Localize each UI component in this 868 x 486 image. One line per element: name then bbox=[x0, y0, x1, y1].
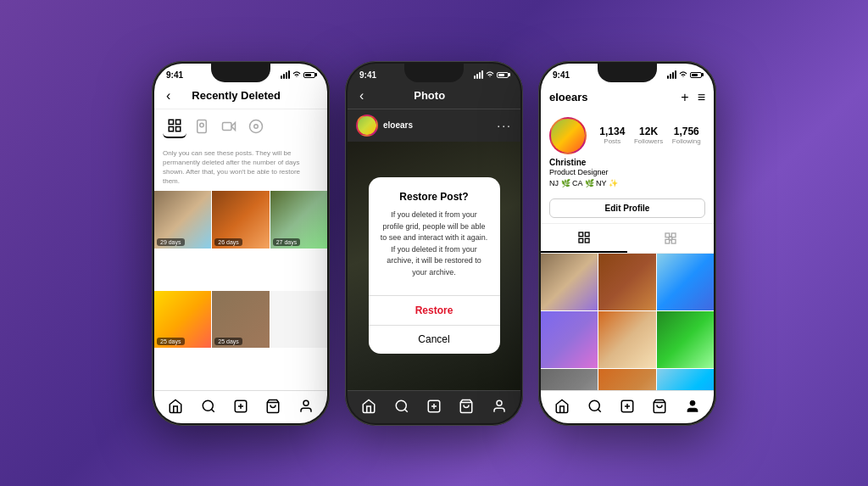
grid-cell-empty bbox=[270, 291, 327, 348]
home-icon-2[interactable] bbox=[360, 398, 377, 415]
grid-cell-1[interactable]: 29 days bbox=[154, 191, 211, 248]
time-3: 9:41 bbox=[553, 70, 570, 80]
battery-icon-1 bbox=[303, 72, 315, 78]
menu-icon-3[interactable]: ≡ bbox=[698, 90, 705, 105]
modal-content: Restore Post? If you deleted it from you… bbox=[369, 177, 500, 287]
nav-bar-1: ‹ Recently Deleted bbox=[154, 83, 327, 109]
svg-point-8 bbox=[250, 120, 263, 132]
profile-username-3: eloears bbox=[549, 91, 588, 103]
tab-tagged-3[interactable] bbox=[627, 224, 714, 253]
notch-1 bbox=[211, 64, 270, 82]
svg-point-32 bbox=[669, 237, 672, 240]
stats-row-3: 1,134 Posts 12K Followers 1,756 Followin… bbox=[595, 126, 705, 145]
svg-rect-27 bbox=[585, 238, 589, 243]
add-icon-3[interactable] bbox=[619, 398, 636, 415]
wifi-icon-3 bbox=[679, 70, 687, 79]
svg-rect-1 bbox=[176, 120, 181, 124]
svg-rect-3 bbox=[176, 126, 181, 131]
back-button-2[interactable]: ‹ bbox=[359, 88, 364, 103]
pg-cell-8[interactable] bbox=[598, 369, 655, 389]
restore-modal: Restore Post? If you deleted it from you… bbox=[369, 177, 500, 354]
phone-3-screen: 9:41 eloears + ≡ bbox=[541, 64, 714, 423]
user-row-2: eloears ··· bbox=[348, 109, 520, 142]
svg-line-34 bbox=[598, 409, 600, 411]
nav-title-2: Photo bbox=[370, 89, 488, 102]
following-number-3: 1,756 bbox=[672, 126, 701, 137]
cancel-button[interactable]: Cancel bbox=[369, 325, 500, 354]
search-icon-1[interactable] bbox=[200, 398, 217, 415]
home-icon-1[interactable] bbox=[167, 398, 184, 415]
bottom-nav-1 bbox=[154, 390, 327, 423]
battery-icon-2 bbox=[497, 72, 509, 78]
more-icon-2[interactable]: ··· bbox=[497, 119, 512, 132]
modal-body: If you deleted it from your profile grid… bbox=[381, 209, 488, 278]
home-icon-3[interactable] bbox=[554, 398, 570, 415]
svg-point-39 bbox=[690, 400, 695, 405]
profile-icon-2[interactable] bbox=[491, 398, 508, 415]
svg-point-10 bbox=[203, 400, 213, 411]
svg-point-23 bbox=[497, 400, 502, 405]
pg-cell-5[interactable] bbox=[598, 311, 655, 368]
svg-rect-26 bbox=[579, 238, 583, 243]
svg-rect-24 bbox=[579, 232, 583, 237]
tab-reels-1[interactable] bbox=[244, 115, 268, 138]
pg-cell-7[interactable] bbox=[541, 369, 598, 389]
grid-cell-3[interactable]: 27 days bbox=[270, 191, 327, 248]
tab-portrait-1[interactable] bbox=[190, 115, 214, 138]
svg-point-16 bbox=[303, 400, 309, 405]
svg-point-5 bbox=[200, 123, 204, 127]
back-button-1[interactable]: ‹ bbox=[166, 88, 170, 103]
notch-3 bbox=[598, 64, 657, 82]
photo-area-2: Restore Post? If you deleted it from you… bbox=[348, 142, 520, 390]
edit-profile-button-3[interactable]: Edit Profile bbox=[549, 198, 705, 218]
info-text-1: Only you can see these posts. They will … bbox=[154, 143, 327, 192]
grid-cell-2[interactable]: 26 days bbox=[212, 191, 269, 248]
pg-cell-6[interactable] bbox=[657, 311, 714, 368]
add-icon-2[interactable] bbox=[426, 398, 442, 415]
wifi-icon-1 bbox=[292, 70, 301, 79]
shop-icon-3[interactable] bbox=[651, 398, 668, 415]
shop-icon-2[interactable] bbox=[458, 398, 475, 415]
add-icon-1[interactable] bbox=[232, 398, 249, 415]
pg-cell-4[interactable] bbox=[541, 311, 598, 368]
phone-1: 9:41 ‹ Recently Deleted bbox=[152, 61, 330, 426]
profile-icon-1[interactable] bbox=[298, 398, 314, 415]
day-badge-2: 26 days bbox=[214, 238, 242, 246]
grid-cell-5[interactable]: 25 days bbox=[212, 291, 269, 348]
restore-button[interactable]: Restore bbox=[369, 296, 500, 325]
pg-cell-9[interactable] bbox=[657, 369, 714, 389]
svg-rect-30 bbox=[665, 239, 670, 243]
add-post-icon-3[interactable]: + bbox=[681, 90, 688, 105]
followers-stat-3: 12K Followers bbox=[634, 126, 663, 145]
followers-number-3: 12K bbox=[634, 126, 663, 137]
search-icon-3[interactable] bbox=[587, 398, 604, 415]
svg-rect-29 bbox=[671, 233, 676, 237]
signal-icon-3 bbox=[667, 70, 676, 79]
profile-photo-grid-3 bbox=[541, 254, 714, 390]
pg-cell-2[interactable] bbox=[598, 254, 655, 310]
battery-icon-3 bbox=[690, 72, 702, 78]
profile-name-3: Christine bbox=[549, 158, 705, 167]
grid-cell-4[interactable]: 25 days bbox=[154, 291, 211, 348]
svg-line-18 bbox=[404, 409, 407, 411]
phone-3: 9:41 eloears + ≡ bbox=[538, 61, 716, 426]
pg-cell-3[interactable] bbox=[657, 254, 714, 310]
pg-cell-1[interactable] bbox=[541, 254, 598, 310]
followers-label-3: Followers bbox=[634, 137, 663, 145]
username-2: eloears bbox=[383, 120, 492, 130]
tab-video-1[interactable] bbox=[217, 115, 241, 138]
svg-rect-25 bbox=[585, 232, 589, 237]
profile-icon-3[interactable] bbox=[684, 398, 701, 415]
day-badge-1: 29 days bbox=[157, 238, 185, 246]
shop-icon-1[interactable] bbox=[264, 398, 281, 415]
status-icons-3 bbox=[667, 70, 702, 79]
search-icon-2[interactable] bbox=[393, 398, 410, 415]
nav-title-1: Recently Deleted bbox=[177, 89, 295, 102]
svg-rect-0 bbox=[169, 120, 173, 124]
modal-title: Restore Post? bbox=[381, 191, 488, 203]
day-badge-4: 25 days bbox=[157, 338, 185, 345]
svg-rect-6 bbox=[223, 122, 232, 130]
tab-grid-3[interactable] bbox=[541, 224, 627, 253]
svg-rect-2 bbox=[169, 126, 173, 131]
tab-grid-1[interactable] bbox=[163, 115, 186, 138]
